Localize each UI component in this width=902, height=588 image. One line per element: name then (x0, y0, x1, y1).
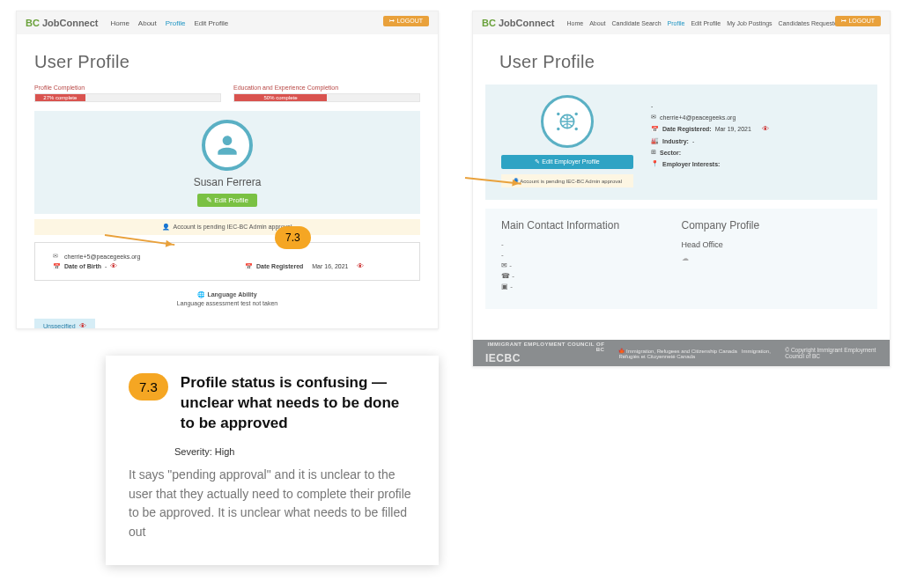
avatar-icon (202, 120, 253, 171)
contact-title: Main Contact Information (501, 219, 682, 232)
industry-label: Industry: (662, 138, 689, 144)
contact-title-value: - (501, 251, 682, 259)
email-icon: ✉ (53, 253, 61, 260)
nav-right: Home About Candidate Search Profile Edit… (567, 20, 841, 26)
logout-button[interactable]: ↦ LOGOUT (383, 16, 429, 26)
nav-about[interactable]: About (138, 19, 157, 27)
reg-label: Date Registered (256, 263, 303, 269)
unspecified-tag: Unspecified👁 (34, 319, 95, 329)
industry-value: - (692, 138, 694, 144)
page-title: User Profile (17, 34, 438, 85)
edit-employer-button[interactable]: ✎ Edit Employer Profile (501, 155, 633, 169)
brand-logo: BC JobConnect (482, 18, 555, 28)
email-icon: ✉ (651, 114, 656, 121)
sector-label: Sector: (660, 150, 681, 156)
nav-home[interactable]: Home (567, 20, 584, 26)
contact-company-row: Main Contact Information - - ✉ - ☎ - ▣ -… (485, 209, 877, 309)
cloud-icon: ☁ (682, 254, 862, 262)
progress-fill: 27% complete (35, 94, 85, 101)
nav-edit-profile[interactable]: Edit Profile (194, 19, 228, 27)
issue-body: It says "pending approval" and it is unc… (129, 466, 416, 542)
progress-bar: 50% complete (233, 93, 420, 102)
progress-fill: 50% complete (234, 94, 327, 101)
footer-copyright: © Copyright Immigrant Employment Council… (785, 347, 877, 359)
visibility-off-icon: 👁 (357, 262, 364, 270)
company-profile-title: Company Profile (682, 219, 862, 232)
head-office: Head Office (682, 240, 862, 249)
svg-point-4 (575, 128, 578, 130)
dob-value: - (105, 263, 107, 269)
nav-edit-profile[interactable]: Edit Profile (691, 20, 721, 26)
contact-name: - (501, 240, 682, 248)
visibility-off-icon: 👁 (110, 262, 117, 270)
nav-candidate-search[interactable]: Candidate Search (612, 20, 662, 26)
logout-button[interactable]: ↦ LOGOUT (835, 16, 881, 26)
user-icon: 👤 (162, 224, 170, 230)
calendar-icon: 📅 (53, 263, 61, 270)
profile-panel: Susan Ferrera ✎ Edit Profile (34, 111, 420, 214)
progress-bar: 27% complete (34, 93, 221, 102)
progress-education: Education and Experience Completion 50% … (233, 85, 420, 102)
phone-icon: ☎ - (501, 272, 682, 280)
reg-value: Mar 16, 2021 (312, 263, 348, 269)
interests-label: Employer Interests: (662, 161, 720, 167)
industry-icon: 🏭 (651, 137, 659, 144)
globe-icon: 🌐 (197, 291, 205, 298)
language-message: Language assessment test not taken (34, 300, 420, 306)
page-title: User Profile (473, 34, 890, 85)
reg-label: Date Registered: (662, 126, 712, 132)
progress-row: Profile Completion 27% complete Educatio… (17, 85, 438, 102)
svg-point-1 (557, 113, 559, 115)
user-name: Susan Ferrera (34, 176, 420, 188)
progress-label: Education and Experience Completion (233, 85, 420, 91)
annotation-badge: 7.3 (275, 226, 311, 249)
note-icon: ▣ - (501, 283, 682, 290)
screenshot-employer: BC JobConnect Home About Candidate Searc… (472, 11, 891, 367)
issue-number-badge: 7.3 (129, 373, 168, 401)
email-value: cherrie+4@peacegeeks.org (660, 114, 736, 121)
pending-approval-banner: 👤Account is pending IEC-BC Admin approva… (34, 219, 420, 235)
nav-profile[interactable]: Profile (166, 19, 186, 27)
reg-value: Mar 19, 2021 (715, 126, 751, 132)
edit-profile-button[interactable]: ✎ Edit Profile (197, 194, 257, 207)
nav-left: Home About Profile Edit Profile (111, 19, 229, 27)
location-icon: 📍 (651, 160, 659, 167)
svg-point-2 (575, 113, 578, 115)
info-box: ✉cherrie+5@peacegeeks.org 📅Date of Birth… (34, 242, 420, 281)
employer-panel: ✎ Edit Employer Profile 👤 Account is pen… (485, 85, 877, 200)
nav-my-job-postings[interactable]: My Job Postings (727, 20, 772, 26)
footer-gov-logos: 🍁 Immigration, Refugees and Citizenship … (618, 348, 785, 359)
visibility-off-icon: 👁 (79, 322, 86, 329)
brand-logo: BC JobConnect (26, 18, 99, 28)
footer: IMMIGRANT EMPLOYMENT COUNCIL OF BC IECBC… (473, 340, 890, 366)
nav-home[interactable]: Home (111, 19, 129, 27)
nav-candidates-requested[interactable]: Candidates Requested (779, 20, 841, 26)
svg-point-3 (557, 128, 559, 130)
company-logo-icon (541, 95, 594, 148)
screenshot-jobseeker: BC JobConnect Home About Profile Edit Pr… (16, 11, 439, 329)
topbar-left: BC JobConnect Home About Profile Edit Pr… (17, 11, 438, 34)
nav-about[interactable]: About (589, 20, 605, 26)
sector-icon: ⊞ (651, 149, 656, 156)
email-icon: ✉ - (501, 261, 682, 269)
contact-col: Main Contact Information - - ✉ - ☎ - ▣ - (501, 219, 682, 293)
footer-logo: IMMIGRANT EMPLOYMENT COUNCIL OF BC IECBC (485, 342, 604, 364)
issue-card: 7.3 Profile status is confusing — unclea… (106, 356, 439, 565)
calendar-icon: 📅 (245, 263, 253, 270)
topbar-right: BC JobConnect Home About Candidate Searc… (473, 11, 890, 34)
dob-label: Date of Birth (64, 263, 101, 269)
issue-severity: Severity: High (174, 446, 416, 457)
calendar-icon: 📅 (651, 126, 659, 133)
progress-label: Profile Completion (34, 85, 221, 91)
progress-profile: Profile Completion 27% complete (34, 85, 221, 102)
company-col: Company Profile Head Office ☁ (682, 219, 862, 293)
company-name: - (651, 103, 861, 109)
language-box: 🌐 Language Ability Language assessment t… (34, 286, 420, 312)
email-value: cherrie+5@peacegeeks.org (64, 254, 140, 260)
visibility-off-icon: 👁 (762, 125, 769, 133)
nav-profile[interactable]: Profile (668, 20, 685, 26)
issue-title: Profile status is confusing — unclear wh… (181, 373, 416, 434)
